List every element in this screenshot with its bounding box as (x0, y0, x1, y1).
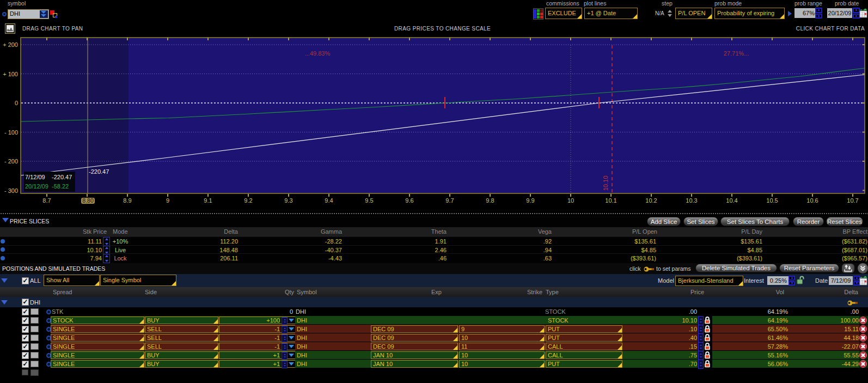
svg-text:10.3: 10.3 (686, 197, 697, 204)
svg-text:9.9: 9.9 (526, 197, 534, 204)
svg-text:10.6: 10.6 (806, 197, 818, 204)
svg-text:7/12/09: 7/12/09 (25, 174, 45, 180)
svg-text:-58.22: -58.22 (52, 183, 69, 190)
svg-text:8.80: 8.80 (82, 197, 94, 204)
svg-text:10.4: 10.4 (726, 197, 737, 204)
svg-text:- 100: - 100 (4, 129, 18, 136)
svg-text:10: 10 (567, 197, 574, 204)
svg-text:10.10: 10.10 (602, 175, 609, 191)
svg-text:10.1: 10.1 (605, 197, 616, 204)
svg-text:0: 0 (15, 100, 18, 106)
svg-text:9.2: 9.2 (244, 197, 252, 204)
svg-text:9.5: 9.5 (365, 197, 373, 204)
svg-text:+ 200: + 200 (3, 41, 18, 48)
svg-text:- 200: - 200 (4, 158, 18, 165)
svg-text:9.8: 9.8 (486, 197, 494, 204)
svg-text:10.2: 10.2 (645, 197, 657, 204)
svg-text:10.7: 10.7 (847, 197, 858, 204)
svg-text:9.1: 9.1 (204, 197, 212, 204)
svg-text:-220.47: -220.47 (89, 168, 109, 175)
svg-text:20/12/09: 20/12/09 (25, 183, 48, 190)
svg-text:9.6: 9.6 (405, 197, 413, 204)
svg-text:9.7: 9.7 (445, 197, 454, 204)
svg-text:8.7: 8.7 (42, 197, 51, 204)
svg-text:27.71%...: 27.71%... (724, 50, 749, 57)
svg-text:+ 100: + 100 (3, 71, 18, 77)
svg-text:- 300: - 300 (4, 187, 18, 194)
svg-text:10.5: 10.5 (766, 197, 778, 204)
svg-text:-220.47: -220.47 (52, 174, 72, 180)
svg-text:8.9: 8.9 (123, 197, 131, 204)
svg-text:9.3: 9.3 (284, 197, 292, 204)
svg-text:9: 9 (166, 197, 169, 204)
svg-text:...49.83%: ...49.83% (305, 50, 331, 57)
svg-text:9.4: 9.4 (325, 197, 333, 204)
